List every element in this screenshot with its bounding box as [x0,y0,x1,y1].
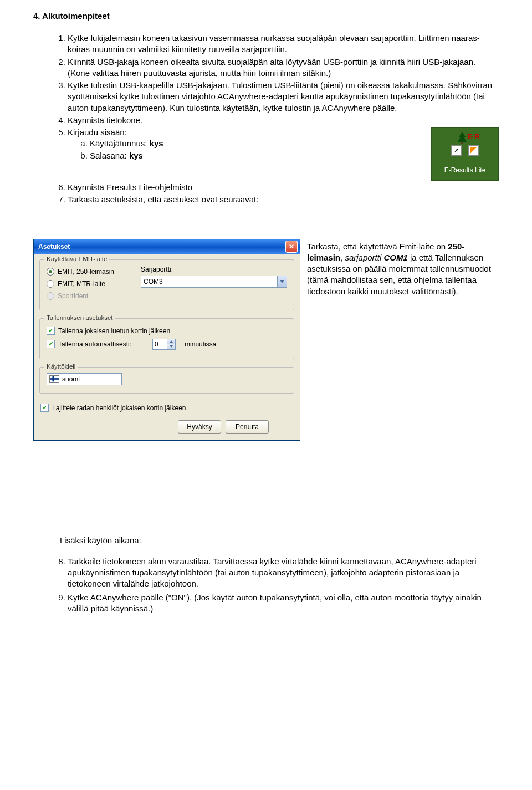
svg-rect-3 [50,378,59,380]
save-settings-group: Tallennuksen asetukset ✔ Tallenna jokais… [39,318,294,359]
close-button[interactable]: ✕ [285,241,298,253]
cancel-button[interactable]: Peruuta [226,420,269,434]
radio-emit-mtr[interactable]: EMIT, MTR-laite [47,278,141,290]
step-1: Kytke lukijaleimasin koneen takasivun va… [68,33,499,55]
step-5b-value: kys [129,151,143,160]
finland-flag-icon [49,375,59,383]
radio-icon [47,268,54,276]
section-heading: 4. Alkutoimenpiteet [33,11,499,21]
radio-sportident: SportIdent [47,290,141,302]
emit-device-group-title: Käytettävä EMIT-laite [44,256,109,262]
step-5a-value: kys [150,139,163,148]
shortcut-arrow-icon: ↗ [451,145,462,156]
checkbox-save-after-card[interactable]: ✔ Tallenna jokaisen luetun kortin jälkee… [47,324,287,338]
checkbox-icon: ✔ [47,327,55,335]
language-group: Käyttökieli suomi [39,367,294,394]
extra-lead: Lisäksi käytön aikana: [33,535,499,546]
chevron-down-icon [277,276,287,287]
language-group-title: Käyttökieli [44,363,78,370]
checkbox-autosave-label[interactable]: Tallenna automaattisesti: [58,340,131,348]
step-9: Kytke ACAnywhere päälle ("ON"). (Jos käy… [68,592,499,615]
radio-emit-250[interactable]: EMIT, 250-leimasin [47,266,141,278]
serial-port-label: Sarjaportti: [141,266,287,273]
radio-sportident-label: SportIdent [58,292,88,300]
step-4: Käynnistä tietokone. [68,115,499,126]
step-5a: Käyttäjätunnus: kys [90,138,420,149]
svg-rect-0 [461,142,463,144]
step-5b: Salasana: kys [90,150,420,161]
ok-button[interactable]: Hyväksy [178,420,221,434]
extra-steps-list: Tarkkaile tietokoneen akun varaustilaa. … [33,556,499,614]
step-5-text: Kirjaudu sisään: [68,128,127,137]
er-badge: E-R [467,132,479,142]
dialog-title: Asetukset [38,243,285,251]
language-value: suomi [62,375,80,383]
checkbox-icon: ✔ [40,404,49,412]
emit-device-group: Käytettävä EMIT-laite EMIT, 250-leimasin… [39,259,294,310]
radio-emit-mtr-label: EMIT, MTR-laite [58,280,105,288]
step-5: Kirjaudu sisään: Käyttäjätunnus: kys Sal… [68,127,499,181]
save-settings-group-title: Tallennuksen asetukset [44,314,115,321]
settings-dialog: Asetukset ✕ Käytettävä EMIT-laite EMIT, … [33,239,300,441]
dialog-sidebar-note: Tarkasta, että käytettävä Emit-laite on … [307,239,499,297]
step-5b-label: Salasana: [90,151,129,160]
serial-port-value: COM3 [144,278,277,286]
steps-list: Kytke lukijaleimasin koneen takasivun va… [33,33,499,206]
step-7: Tarkasta asetuksista, että asetukset ova… [68,194,499,205]
serial-port-dropdown[interactable]: COM3 [141,276,287,288]
close-icon: ✕ [289,243,294,251]
sb-p5: COM1 [383,253,407,262]
checkbox-icon[interactable]: ✔ [47,340,55,348]
step-6: Käynnistä Eresults Lite-ohjelmisto [68,182,499,193]
checkbox-save-after-card-label: Tallenna jokaisen luetun kortin jälkeen [58,327,170,335]
step-5a-label: Käyttäjätunnus: [90,139,150,148]
spinner-icon[interactable] [167,339,175,349]
checkbox-sort-after-card[interactable]: ✔ Lajittele radan henkilöt jokaisen kort… [40,401,294,415]
autosave-interval-value: 0 [153,339,167,349]
language-dropdown[interactable]: suomi [47,373,122,385]
sb-p3: sarjaportti [345,253,381,262]
shortcut-label: E-Results Lite [432,166,498,175]
titlebar: Asetukset ✕ [34,239,300,254]
shortcut-flag-icon [468,145,479,156]
step-2: Kiinnitä USB-jakaja koneen oikealta sivu… [68,57,499,79]
sb-p0: Tarkasta, että käytettävä Emit-laite on [307,242,448,251]
radio-icon [47,292,54,300]
eresults-desktop-shortcut[interactable]: E-R ↗ E-Results Lite [431,127,499,181]
step-5-sublist: Käyttäjätunnus: kys Salasana: kys [68,138,420,161]
step-3: Kytke tulostin USB-kaapelilla USB-jakaja… [68,80,499,114]
radio-icon [47,280,54,288]
checkbox-sort-after-card-label: Lajittele radan henkilöt jokaisen kortin… [52,404,186,412]
autosave-unit-label: minuutissa [185,340,216,348]
step-8: Tarkkaile tietokoneen akun varaustilaa. … [68,556,499,590]
autosave-interval-input[interactable]: 0 [152,339,176,350]
radio-emit-250-label: EMIT, 250-leimasin [58,268,114,276]
